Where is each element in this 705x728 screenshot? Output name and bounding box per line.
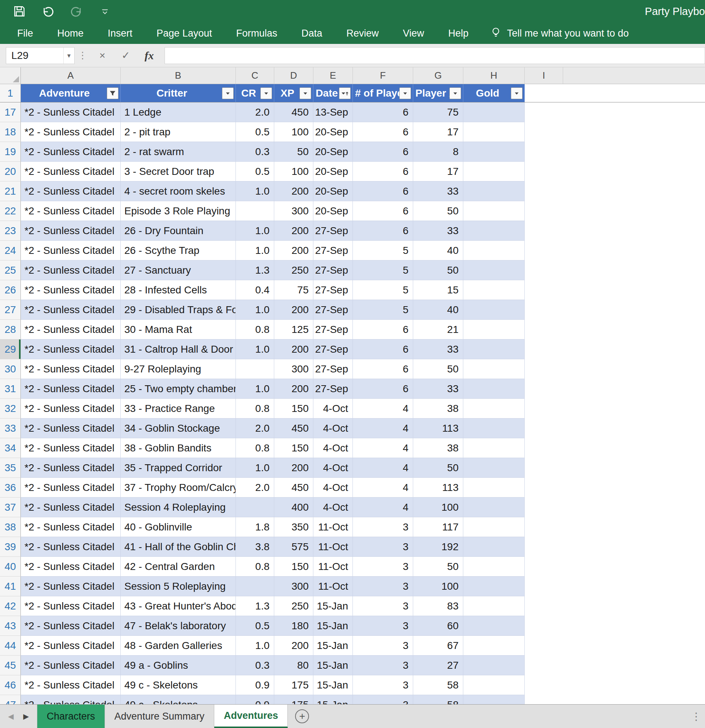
cell-players[interactable]: 6 xyxy=(353,142,413,162)
empty-cells[interactable] xyxy=(525,537,705,557)
cell-gold[interactable] xyxy=(463,636,525,656)
filter-applied-icon[interactable] xyxy=(107,87,118,99)
cell-players[interactable]: 3 xyxy=(353,636,413,656)
cell-gold[interactable] xyxy=(463,497,525,517)
column-header-players[interactable]: # of Playe xyxy=(353,84,413,102)
cell-players[interactable]: 3 xyxy=(353,537,413,557)
empty-cells[interactable] xyxy=(525,260,705,280)
cell-adventure[interactable]: *2 - Sunless Citadel xyxy=(21,122,121,142)
empty-cells[interactable] xyxy=(525,122,705,142)
cell-xp[interactable]: 150 xyxy=(274,399,313,419)
cell-xp[interactable]: 450 xyxy=(274,419,313,438)
new-sheet-button[interactable]: + xyxy=(295,709,309,723)
column-header-date[interactable]: Date xyxy=(313,84,353,102)
empty-cells[interactable] xyxy=(525,103,705,122)
cell-player-xp[interactable]: 17 xyxy=(413,162,463,182)
cell-date[interactable]: 15-Jan xyxy=(313,656,353,675)
cell-xp[interactable]: 200 xyxy=(274,458,313,478)
cell-adventure[interactable]: *2 - Sunless Citadel xyxy=(21,497,121,517)
cell-players[interactable]: 3 xyxy=(353,656,413,675)
redo-button[interactable] xyxy=(68,3,85,20)
row-number[interactable]: 33 xyxy=(0,419,21,438)
cell-player-xp[interactable]: 50 xyxy=(413,201,463,221)
empty-cells[interactable] xyxy=(525,675,705,695)
cell-critter[interactable]: 35 - Trapped Corridor xyxy=(121,458,236,478)
select-all-corner[interactable] xyxy=(0,67,21,84)
cell-date[interactable]: 27-Sep xyxy=(313,379,353,399)
ribbon-tab-file[interactable]: File xyxy=(5,23,45,44)
empty-cells[interactable] xyxy=(525,636,705,656)
cell-cr[interactable]: 0.8 xyxy=(236,557,274,576)
cell-critter[interactable]: 1 Ledge xyxy=(121,103,236,122)
cell-adventure[interactable]: *2 - Sunless Citadel xyxy=(21,576,121,596)
empty-cells[interactable] xyxy=(525,280,705,300)
save-button[interactable] xyxy=(11,3,28,20)
cell-cr[interactable]: 2.0 xyxy=(236,478,274,497)
cell-player-xp[interactable]: 50 xyxy=(413,557,463,576)
cell-cr[interactable]: 1.0 xyxy=(236,636,274,656)
cell-player-xp[interactable]: 40 xyxy=(413,241,463,260)
cell-player-xp[interactable]: 50 xyxy=(413,359,463,379)
cell-cr[interactable]: 1.0 xyxy=(236,241,274,260)
cell-gold[interactable] xyxy=(463,695,525,704)
name-box-dropdown-icon[interactable]: ▾ xyxy=(63,48,74,64)
cell-critter[interactable]: 42 - Central Garden xyxy=(121,557,236,576)
ribbon-tab-review[interactable]: Review xyxy=(334,23,391,44)
cell-date[interactable]: 15-Jan xyxy=(313,695,353,704)
row-number[interactable]: 43 xyxy=(0,616,21,636)
row-number[interactable]: 20 xyxy=(0,162,21,182)
cell-adventure[interactable]: *2 - Sunless Citadel xyxy=(21,320,121,339)
row-number[interactable]: 29 xyxy=(0,339,21,359)
cell-critter[interactable]: 34 - Goblin Stockage xyxy=(121,419,236,438)
empty-cells[interactable] xyxy=(525,379,705,399)
cell-gold[interactable] xyxy=(463,478,525,497)
column-heading-a[interactable]: A xyxy=(21,67,121,84)
row-number[interactable]: 25 xyxy=(0,260,21,280)
cell-players[interactable]: 6 xyxy=(353,162,413,182)
cell-critter[interactable]: 47 - Belak's laboratory xyxy=(121,616,236,636)
filter-dropdown-icon[interactable] xyxy=(450,87,461,99)
cell-cr[interactable]: 0.8 xyxy=(236,320,274,339)
cell-player-xp[interactable]: 67 xyxy=(413,636,463,656)
cell-players[interactable]: 3 xyxy=(353,576,413,596)
cell-adventure[interactable]: *2 - Sunless Citadel xyxy=(21,142,121,162)
column-heading-d[interactable]: D xyxy=(274,67,313,84)
cell-gold[interactable] xyxy=(463,320,525,339)
row-number[interactable]: 38 xyxy=(0,517,21,537)
cell-critter[interactable]: 9-27 Roleplaying xyxy=(121,359,236,379)
cell-xp[interactable]: 175 xyxy=(274,695,313,704)
cell-adventure[interactable]: *2 - Sunless Citadel xyxy=(21,438,121,458)
cell-cr[interactable]: 1.0 xyxy=(236,300,274,320)
ribbon-tab-insert[interactable]: Insert xyxy=(96,23,145,44)
cell-players[interactable]: 6 xyxy=(353,339,413,359)
filter-dropdown-icon[interactable] xyxy=(511,87,523,99)
sheet-tab-characters[interactable]: Characters xyxy=(37,705,105,728)
empty-cells[interactable] xyxy=(525,320,705,339)
cell-player-xp[interactable]: 83 xyxy=(413,596,463,616)
cell-gold[interactable] xyxy=(463,537,525,557)
cell-date[interactable]: 4-Oct xyxy=(313,497,353,517)
column-header-player-xp[interactable]: Player X xyxy=(413,84,463,102)
cell-date[interactable]: 27-Sep xyxy=(313,359,353,379)
cell-xp[interactable]: 400 xyxy=(274,497,313,517)
column-header-gold[interactable]: Gold xyxy=(463,84,525,102)
cell-xp[interactable]: 300 xyxy=(274,576,313,596)
empty-cells[interactable] xyxy=(525,221,705,241)
cell-gold[interactable] xyxy=(463,359,525,379)
cell-date[interactable]: 27-Sep xyxy=(313,320,353,339)
cell-cr[interactable]: 1.0 xyxy=(236,339,274,359)
empty-cells[interactable] xyxy=(525,596,705,616)
empty-cells[interactable] xyxy=(525,339,705,359)
cell-date[interactable]: 4-Oct xyxy=(313,399,353,419)
sheet-nav-right-icon[interactable]: ▶ xyxy=(23,712,29,721)
cell-player-xp[interactable]: 17 xyxy=(413,122,463,142)
cell-critter[interactable]: 38 - Goblin Bandits xyxy=(121,438,236,458)
cell-gold[interactable] xyxy=(463,576,525,596)
cell-critter[interactable]: 33 - Practice Range xyxy=(121,399,236,419)
empty-cells[interactable] xyxy=(525,182,705,201)
cell-xp[interactable]: 80 xyxy=(274,656,313,675)
cell-date[interactable]: 20-Sep xyxy=(313,201,353,221)
cell-critter[interactable]: 41 - Hall of the Goblin Ch xyxy=(121,537,236,557)
cell-gold[interactable] xyxy=(463,182,525,201)
cell-gold[interactable] xyxy=(463,656,525,675)
